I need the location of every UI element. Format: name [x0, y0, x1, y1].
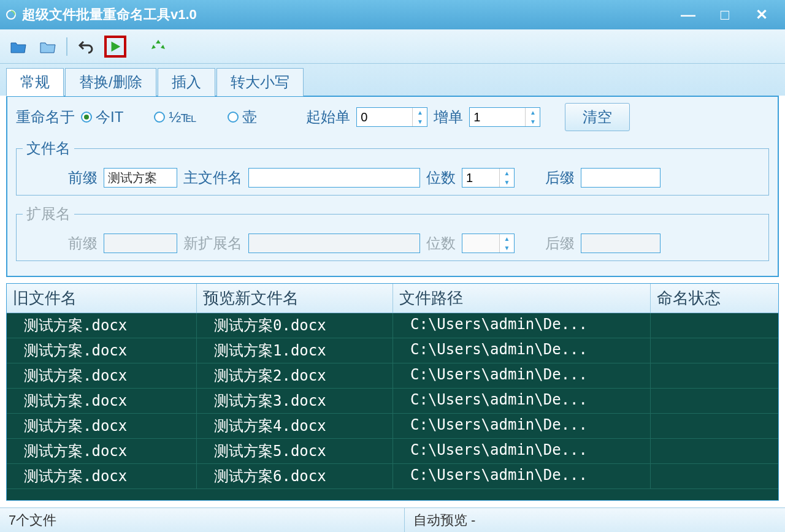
ext-prefix-input: [104, 234, 177, 253]
cell-new: 测试方案2.docx: [197, 363, 393, 388]
cell-status: [651, 464, 778, 488]
ext-suffix-label: 后缀: [545, 234, 575, 253]
col-path[interactable]: 文件路径: [393, 284, 651, 313]
cell-new: 测试方案0.docx: [197, 313, 393, 338]
cell-new: 测试方案3.docx: [197, 389, 393, 413]
start-spinner[interactable]: ▲▼: [356, 107, 427, 127]
options-panel: 重命名于 今IT ½℡ 壶 起始单 ▲▼ 增单 ▲▼ 清空 文件名 前缀 主文件…: [6, 96, 779, 277]
radio-opt-3[interactable]: 壶: [228, 107, 257, 127]
folder-add-icon[interactable]: [37, 36, 59, 58]
suffix-label: 后缀: [545, 168, 575, 188]
col-new[interactable]: 预览新文件名: [197, 284, 393, 313]
cell-status: [651, 414, 778, 438]
tab-bar: 常规 替换/删除 插入 转大小写: [0, 64, 785, 96]
chevron-up-icon: ▲: [413, 108, 427, 117]
col-status[interactable]: 命名状态: [651, 284, 778, 313]
tab-general[interactable]: 常规: [6, 68, 64, 96]
cell-old: 测试方案.docx: [7, 439, 197, 463]
status-bar: 7个文件 自动预览 -: [0, 507, 785, 532]
cell-old: 测试方案.docx: [7, 389, 197, 413]
chevron-down-icon: ▼: [500, 243, 514, 253]
tab-case[interactable]: 转大小写: [216, 68, 304, 96]
table-row[interactable]: 测试方案.docx测试方案0.docxC:\Users\admin\De...: [7, 313, 778, 338]
chevron-down-icon: ▼: [500, 178, 514, 187]
maximize-button[interactable]: □: [706, 2, 743, 27]
filename-legend: 文件名: [23, 139, 74, 158]
cell-new: 测试方案5.docx: [197, 439, 393, 463]
step-label: 增单: [434, 107, 463, 127]
file-grid: 旧文件名 预览新文件名 文件路径 命名状态 测试方案.docx测试方案0.doc…: [6, 283, 779, 501]
cell-old: 测试方案.docx: [7, 414, 197, 438]
prefix-input[interactable]: [104, 168, 177, 188]
chevron-up-icon: ▲: [526, 108, 540, 117]
ext-suffix-input: [581, 234, 661, 253]
cell-path: C:\Users\admin\De...: [393, 439, 651, 463]
grid-header: 旧文件名 预览新文件名 文件路径 命名状态: [7, 284, 778, 313]
cell-new: 测试方案4.docx: [197, 414, 393, 438]
newext-input: [248, 234, 420, 253]
table-row[interactable]: 测试方案.docx测试方案6.docxC:\Users\admin\De...: [7, 464, 778, 489]
digits-label: 位数: [426, 168, 456, 188]
cell-new: 测试方案6.docx: [197, 464, 393, 488]
cell-path: C:\Users\admin\De...: [393, 464, 651, 488]
toolbar: [0, 29, 785, 64]
tab-replace[interactable]: 替换/删除: [65, 68, 156, 96]
cell-new: 测试方案1.docx: [197, 338, 393, 363]
app-icon: [5, 9, 17, 21]
cell-old: 测试方案.docx: [7, 313, 197, 338]
step-spinner[interactable]: ▲▼: [469, 107, 540, 127]
cell-path: C:\Users\admin\De...: [393, 363, 651, 388]
cell-status: [651, 389, 778, 413]
main-label: 主文件名: [183, 168, 242, 188]
grid-body: 测试方案.docx测试方案0.docxC:\Users\admin\De...测…: [7, 313, 778, 500]
cell-path: C:\Users\admin\De...: [393, 338, 651, 363]
table-row[interactable]: 测试方案.docx测试方案5.docxC:\Users\admin\De...: [7, 439, 778, 464]
table-row[interactable]: 测试方案.docx测试方案1.docxC:\Users\admin\De...: [7, 338, 778, 363]
tab-insert[interactable]: 插入: [158, 68, 215, 96]
separator: [66, 37, 67, 56]
cell-path: C:\Users\admin\De...: [393, 389, 651, 413]
chevron-down-icon: ▼: [526, 117, 540, 126]
prefix-label: 前缀: [68, 168, 98, 188]
radio-opt-2[interactable]: ½℡: [154, 108, 197, 126]
clear-button[interactable]: 清空: [565, 103, 630, 131]
suffix-input[interactable]: [581, 168, 661, 188]
undo-icon[interactable]: [75, 36, 97, 58]
status-left: 7个文件: [0, 508, 405, 532]
ext-prefix-label: 前缀: [68, 234, 98, 253]
digits-spinner[interactable]: ▲▼: [462, 168, 515, 188]
main-input[interactable]: [248, 168, 420, 188]
newext-label: 新扩展名: [183, 234, 242, 253]
ext-digits-label: 位数: [426, 234, 456, 253]
cell-status: [651, 363, 778, 388]
cell-path: C:\Users\admin\De...: [393, 414, 651, 438]
table-row[interactable]: 测试方案.docx测试方案3.docxC:\Users\admin\De...: [7, 389, 778, 414]
close-button[interactable]: ✕: [743, 2, 780, 27]
radio-opt-1[interactable]: 今IT: [81, 107, 123, 127]
start-label: 起始单: [306, 107, 350, 127]
titlebar: 超级文件批量重命名工具v1.0 — □ ✕: [0, 0, 785, 29]
table-row[interactable]: 测试方案.docx测试方案2.docxC:\Users\admin\De...: [7, 363, 778, 389]
cell-old: 测试方案.docx: [7, 464, 197, 488]
chevron-up-icon: ▲: [500, 234, 514, 243]
chevron-up-icon: ▲: [500, 169, 514, 178]
ext-legend: 扩展名: [23, 204, 74, 224]
rename-at-label: 重命名于: [16, 107, 75, 127]
cell-old: 测试方案.docx: [7, 363, 197, 388]
recycle-icon[interactable]: [147, 36, 169, 58]
folder-open-icon[interactable]: [7, 36, 29, 58]
cell-status: [651, 338, 778, 363]
table-row[interactable]: 测试方案.docx测试方案4.docxC:\Users\admin\De...: [7, 414, 778, 439]
filename-group: 文件名 前缀 主文件名 位数 ▲▼ 后缀: [16, 139, 769, 196]
extension-group: 扩展名 前缀 新扩展名 位数 ▲▼ 后缀: [16, 204, 769, 261]
ext-digits-spinner: ▲▼: [462, 234, 515, 253]
run-button[interactable]: [104, 36, 126, 58]
cell-status: [651, 439, 778, 463]
minimize-button[interactable]: —: [670, 2, 706, 27]
cell-status: [651, 313, 778, 338]
cell-old: 测试方案.docx: [7, 338, 197, 363]
status-right: 自动预览 -: [405, 508, 785, 532]
cell-path: C:\Users\admin\De...: [393, 313, 651, 338]
chevron-down-icon: ▼: [413, 117, 427, 126]
col-old[interactable]: 旧文件名: [7, 284, 197, 313]
